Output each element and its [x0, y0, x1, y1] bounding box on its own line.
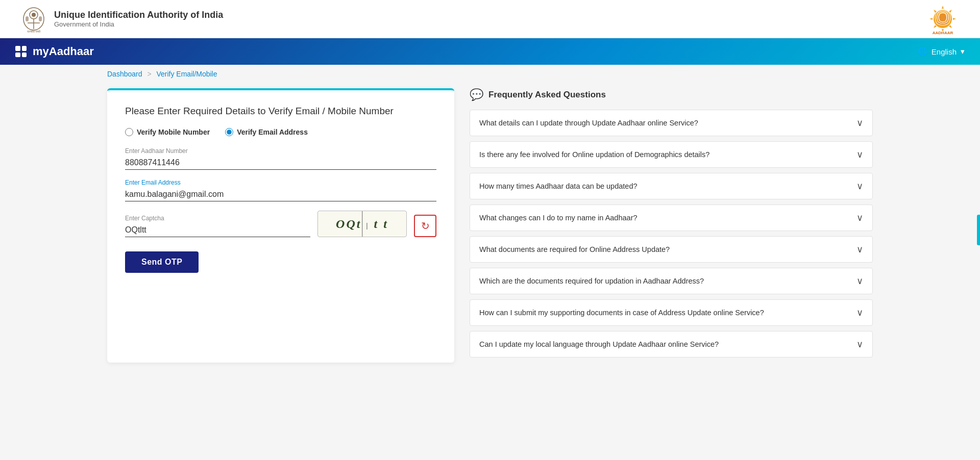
svg-point-2: [32, 13, 36, 17]
faq-question-text: Which are the documents required for upd…: [479, 276, 856, 286]
chevron-down-icon: ∨: [856, 117, 863, 129]
refresh-captcha-button[interactable]: ↻: [414, 215, 436, 237]
radio-email-label: Verify Email Address: [237, 128, 308, 136]
language-icon: 🌐: [918, 47, 927, 56]
faq-item[interactable]: What changes can I do to my name in Aadh…: [470, 205, 873, 231]
chevron-down-icon: ∨: [856, 244, 863, 255]
aadhaar-input[interactable]: [125, 156, 436, 170]
svg-rect-7: [39, 16, 42, 21]
faq-item[interactable]: What details can I update through Update…: [470, 110, 873, 136]
svg-marker-13: [953, 18, 956, 20]
aadhaar-input-group: Enter Aadhaar Number: [125, 147, 436, 170]
form-title: Please Enter Required Details to Verify …: [125, 106, 436, 117]
captcha-input[interactable]: [125, 223, 310, 237]
email-input-group: Enter Email Address: [125, 179, 436, 201]
aadhaar-logo: AADHAAR: [926, 3, 960, 36]
email-input[interactable]: [125, 188, 436, 201]
form-panel: Please Enter Required Details to Verify …: [107, 88, 454, 363]
main-content: Please Enter Required Details to Verify …: [0, 83, 980, 378]
radio-mobile-label: Verify Mobile Number: [137, 128, 210, 136]
captcha-row: Enter Captcha OQt | t t ↻: [125, 211, 436, 237]
nav-bar: myAadhaar 🌐 English ▾: [0, 38, 980, 65]
faq-title: Frequently Asked Questions: [488, 90, 606, 100]
faq-item[interactable]: What documents are required for Online A…: [470, 236, 873, 263]
breadcrumb: Dashboard > Verify Email/Mobile: [0, 65, 980, 83]
faq-panel: 💬 Frequently Asked Questions What detail…: [470, 88, 873, 363]
org-text: Unique Identification Authority of India…: [54, 10, 223, 28]
send-otp-button[interactable]: Send OTP: [125, 251, 199, 273]
chevron-down-icon: ∨: [856, 307, 863, 318]
faq-item[interactable]: How many times Aadhaar data can be updat…: [470, 173, 873, 199]
radio-email[interactable]: [225, 128, 233, 136]
radio-group: Verify Mobile Number Verify Email Addres…: [125, 128, 436, 136]
faq-item[interactable]: Is there any fee involved for Online upd…: [470, 141, 873, 168]
chevron-down-icon: ∨: [856, 275, 863, 287]
radio-email-option[interactable]: Verify Email Address: [225, 128, 308, 136]
chevron-down-icon: ∨: [856, 181, 863, 192]
svg-marker-17: [934, 25, 937, 28]
radio-mobile[interactable]: [125, 128, 133, 136]
faq-item[interactable]: Can I update my local language through U…: [470, 331, 873, 357]
faq-icon: 💬: [470, 88, 483, 101]
nav-left: myAadhaar: [15, 45, 94, 58]
svg-marker-12: [929, 18, 933, 20]
breadcrumb-dashboard[interactable]: Dashboard: [107, 70, 142, 78]
language-selector[interactable]: 🌐 English ▾: [918, 47, 965, 56]
chevron-down-icon: ▾: [961, 47, 965, 56]
language-label: English: [932, 47, 957, 56]
radio-mobile-option[interactable]: Verify Mobile Number: [125, 128, 210, 136]
emblem-icon: सत्यमेव जयते: [20, 4, 47, 34]
top-header: सत्यमेव जयते Unique Identification Autho…: [0, 0, 980, 38]
breadcrumb-separator: >: [147, 70, 151, 78]
faq-list: What details can I update through Update…: [470, 110, 873, 357]
captcha-input-group: Enter Captcha: [125, 215, 310, 237]
captcha-label: Enter Captcha: [125, 215, 310, 222]
captcha-image: OQt | t t: [317, 211, 407, 237]
svg-marker-15: [949, 25, 952, 28]
aadhaar-label: Enter Aadhaar Number: [125, 147, 436, 155]
org-info: सत्यमेव जयते Unique Identification Autho…: [20, 4, 223, 34]
svg-marker-16: [949, 10, 952, 13]
faq-question-text: What details can I update through Update…: [479, 118, 856, 128]
chevron-down-icon: ∨: [856, 339, 863, 350]
svg-rect-6: [26, 16, 29, 21]
faq-item[interactable]: Which are the documents required for upd…: [470, 268, 873, 294]
faq-question-text: What documents are required for Online A…: [479, 244, 856, 254]
svg-marker-10: [942, 6, 944, 9]
faq-header: 💬 Frequently Asked Questions: [470, 88, 873, 101]
faq-item[interactable]: How can I submit my supporting documents…: [470, 299, 873, 326]
svg-text:AADHAAR: AADHAAR: [933, 31, 953, 35]
svg-marker-14: [934, 10, 937, 13]
grid-icon: [15, 46, 27, 57]
faq-question-text: Is there any fee involved for Online upd…: [479, 149, 856, 160]
app-title: myAadhaar: [33, 45, 94, 58]
faq-question-text: What changes can I do to my name in Aadh…: [479, 213, 856, 223]
org-subtitle: Government of India: [54, 20, 223, 28]
refresh-icon: ↻: [421, 220, 430, 232]
captcha-display-text: OQt | t t: [336, 217, 388, 231]
breadcrumb-current: Verify Email/Mobile: [156, 70, 217, 78]
scroll-indicator: [977, 215, 980, 245]
email-label: Enter Email Address: [125, 179, 436, 186]
svg-text:सत्यमेव जयते: सत्यमेव जयते: [27, 30, 41, 33]
faq-question-text: Can I update my local language through U…: [479, 339, 856, 349]
chevron-down-icon: ∨: [856, 212, 863, 223]
faq-question-text: How many times Aadhaar data can be updat…: [479, 181, 856, 191]
org-title: Unique Identification Authority of India: [54, 10, 223, 20]
chevron-down-icon: ∨: [856, 149, 863, 160]
faq-question-text: How can I submit my supporting documents…: [479, 308, 856, 318]
